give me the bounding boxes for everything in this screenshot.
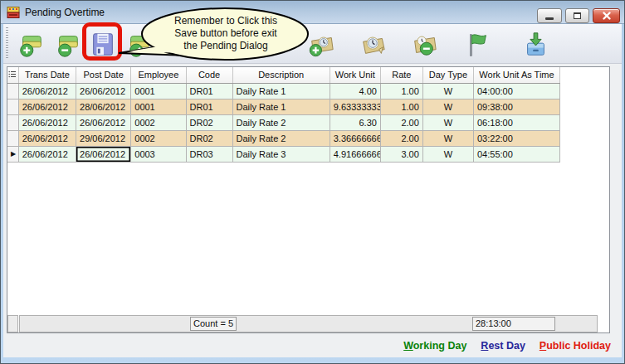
grid-cell[interactable]: W	[422, 99, 473, 114]
grid-cell[interactable]: 0001	[131, 83, 186, 99]
column-header[interactable]: Work Unit As Time	[473, 67, 559, 83]
grid-cell[interactable]: 1.00	[380, 83, 422, 99]
grid-cell[interactable]: 0002	[131, 114, 186, 130]
grid-cell[interactable]: 4.00	[330, 83, 380, 99]
row-selector[interactable]	[7, 114, 18, 130]
grid-cell[interactable]: DR01	[186, 83, 232, 99]
grid-cell[interactable]: 03:22:00	[473, 130, 559, 146]
app-icon	[7, 6, 20, 19]
column-header[interactable]: Work Unit	[330, 67, 380, 83]
grid-cell[interactable]: 29/06/2012	[76, 130, 131, 146]
box-minus-icon	[53, 31, 81, 59]
grid-cell[interactable]: W	[422, 146, 473, 162]
clock-icon	[359, 31, 387, 59]
grid-menu-icon	[8, 70, 17, 79]
column-header[interactable]: Post Date	[76, 67, 131, 83]
table-row: 26/06/201229/06/20120002DR02Daily Rate 2…	[7, 130, 560, 146]
grid-cell[interactable]: 04:00:00	[473, 83, 559, 99]
close-icon	[601, 10, 613, 22]
footer-selector-cell	[7, 315, 18, 332]
grid-cell[interactable]: Daily Rate 1	[232, 83, 330, 99]
record-count: Count = 5	[190, 317, 237, 331]
overtime-grid: Trans DatePost DateEmployeeCodeDescripti…	[7, 66, 610, 333]
overtime-table: Trans DatePost DateEmployeeCodeDescripti…	[7, 67, 560, 163]
grid-cell[interactable]: 26/06/2012	[18, 146, 76, 162]
grid-cell[interactable]: 2.00	[380, 130, 422, 146]
callout-line: Remember to Click this	[152, 15, 300, 27]
grid-cell[interactable]: 28/06/2012	[76, 99, 131, 114]
column-header[interactable]: Rate	[380, 67, 422, 83]
column-header[interactable]: Day Type	[422, 67, 473, 83]
grid-cell[interactable]: 06:18:00	[473, 114, 559, 130]
grid-cell[interactable]: 0001	[131, 99, 186, 114]
table-row: ▶26/06/201226/06/20120003DR03Daily Rate …	[7, 146, 560, 162]
grid-cell[interactable]: 26/06/2012	[18, 83, 76, 99]
grid-cell[interactable]: DR02	[186, 130, 232, 146]
grid-cell[interactable]: 26/06/2012	[76, 114, 131, 130]
clock-minus-icon	[410, 31, 438, 59]
grid-cell[interactable]: 1.00	[380, 99, 422, 114]
legend-item: Public Holiday	[540, 340, 611, 352]
grid-cell[interactable]: W	[422, 114, 473, 130]
box-plus-icon	[17, 31, 45, 59]
row-selector[interactable]	[7, 130, 18, 146]
grid-cell[interactable]: 26/06/2012	[18, 99, 76, 114]
column-header[interactable]: Trans Date	[18, 67, 76, 83]
maximize-button[interactable]	[565, 8, 589, 23]
grid-cell[interactable]: 4.91666666	[330, 146, 380, 162]
maximize-icon	[574, 12, 581, 19]
close-button[interactable]	[593, 8, 620, 23]
column-header[interactable]: Description	[232, 67, 330, 83]
row-selector[interactable]	[7, 83, 18, 99]
grid-cell[interactable]: 2.00	[380, 114, 422, 130]
add-record-button[interactable]	[15, 28, 46, 61]
flag-button[interactable]	[461, 28, 493, 61]
grid-cell[interactable]: 26/06/2012	[18, 114, 76, 130]
grid-cell[interactable]: 0002	[131, 130, 186, 146]
grid-cell[interactable]: 3.00	[380, 146, 422, 162]
grid-cell[interactable]: Daily Rate 3	[232, 146, 330, 162]
callout-line: Save button before exit	[152, 27, 300, 40]
grid-cell[interactable]: 26/06/2012	[18, 130, 76, 146]
view-time-button[interactable]	[357, 28, 388, 61]
callout-balloon: Remember to Click this Save button befor…	[117, 6, 315, 64]
minimize-button[interactable]	[537, 8, 562, 23]
row-selector[interactable]	[7, 99, 18, 114]
grid-cell[interactable]: 3.36666666	[330, 130, 380, 146]
save-button[interactable]	[87, 28, 119, 61]
column-header[interactable]: Employee	[131, 67, 186, 83]
grid-cell[interactable]: 9.63333333	[330, 99, 380, 114]
delete-record-button[interactable]	[51, 28, 83, 61]
grid-cell[interactable]: 04:55:00	[473, 146, 559, 162]
grid-cell[interactable]: 0003	[131, 146, 186, 162]
grid-cell[interactable]: DR03	[186, 146, 232, 162]
grid-cell[interactable]: Daily Rate 1	[232, 99, 330, 114]
grid-cell[interactable]: DR01	[186, 99, 232, 114]
grid-cell[interactable]: W	[422, 130, 473, 146]
footer-bar: Count = 5 28:13:00	[19, 315, 598, 332]
pending-overtime-window: Pending Overtime	[0, 0, 625, 364]
table-row: 26/06/201226/06/20120001DR01Daily Rate 1…	[7, 83, 560, 99]
total-work-unit-time: 28:13:00	[472, 317, 555, 331]
archive-down-arrow-icon	[521, 31, 549, 59]
grid-menu-cell[interactable]	[7, 67, 18, 83]
column-header[interactable]: Code	[186, 67, 232, 83]
table-row: 26/06/201226/06/20120002DR02Daily Rate 2…	[7, 114, 560, 130]
window-title: Pending Overtime	[25, 7, 105, 18]
minimize-icon	[545, 17, 554, 20]
remove-time-button[interactable]	[408, 28, 440, 61]
grid-cell[interactable]: 26/06/2012	[76, 146, 131, 162]
grid-cell[interactable]: Daily Rate 2	[232, 130, 330, 146]
grid-footer: Count = 5 28:13:00	[7, 315, 609, 332]
grid-cell[interactable]: 26/06/2012	[76, 83, 131, 99]
grid-cell[interactable]: Daily Rate 2	[232, 114, 330, 130]
toolbar-grip[interactable]	[6, 27, 8, 60]
grid-cell[interactable]: 6.30	[330, 114, 380, 130]
header-row: Trans DatePost DateEmployeeCodeDescripti…	[7, 67, 560, 83]
grid-cell[interactable]: 09:38:00	[473, 99, 559, 114]
row-selector[interactable]: ▶	[7, 146, 18, 162]
grid-cell[interactable]: W	[422, 83, 473, 99]
legend-item: Rest Day	[481, 340, 525, 352]
grid-cell[interactable]: DR02	[186, 114, 232, 130]
archive-button[interactable]	[520, 28, 551, 61]
